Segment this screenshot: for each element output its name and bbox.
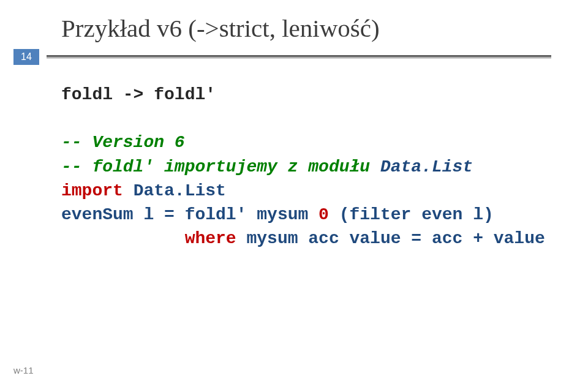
import-module: Data.List [134,181,226,200]
code-block: foldl -> foldl' -- Version 6 -- foldl' i… [61,83,551,250]
def-e: ( [329,205,350,224]
slide-title: Przykład v6 (->strict, leniwość) [61,13,551,43]
title-underline: 14 [0,49,551,65]
comment-foldl-a: -- foldl' [61,157,154,176]
code-line-subst: foldl -> foldl' [61,85,216,104]
def-zero: 0 [318,205,329,224]
comment-module: Data.List [380,157,473,176]
footer-label: w-11 [13,365,34,375]
where-rest: mysum acc value = acc + value [246,229,545,248]
def-a: evenSum l = [61,205,185,224]
slide: Przykład v6 (->strict, leniwość) 14 fold… [0,0,588,384]
def-c: mysum [246,205,318,224]
divider [47,55,551,58]
def-filter: filter [350,205,412,224]
import-keyword: import [61,181,123,200]
comment-version: -- Version 6 [61,133,185,152]
def-foldl: foldl' [185,205,247,224]
where-indent [61,229,185,248]
comment-foldl-b: importujemy z modułu [154,157,380,176]
space [123,181,134,200]
def-g: even l) [411,205,493,224]
where-keyword: where [185,229,236,248]
page-number-badge: 14 [13,49,39,65]
space [236,229,247,248]
